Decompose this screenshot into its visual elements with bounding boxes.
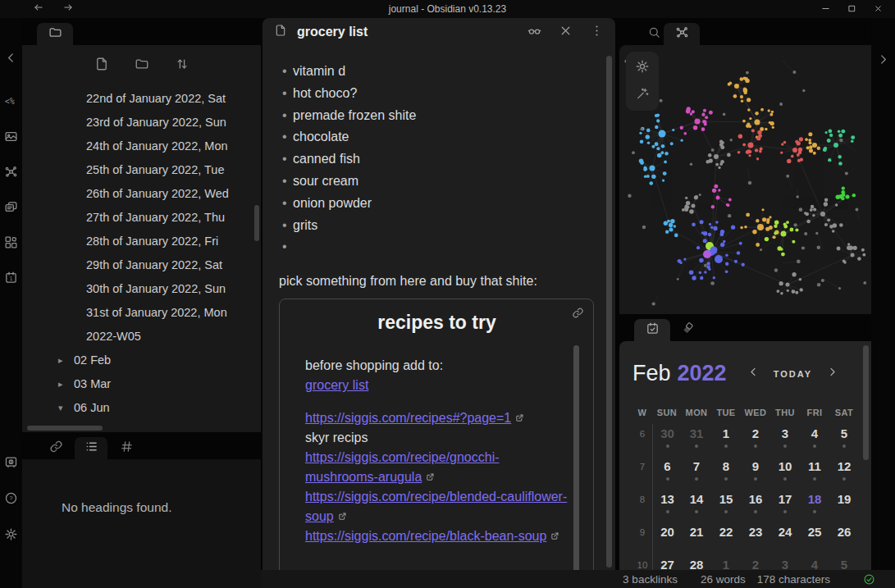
tab-outline[interactable] bbox=[75, 437, 107, 459]
backlinks-count[interactable]: 3 backlinks bbox=[623, 573, 678, 586]
list-item[interactable]: grits bbox=[279, 215, 594, 237]
calendar-day[interactable]: 20 bbox=[652, 522, 682, 555]
list-item[interactable] bbox=[279, 236, 594, 258]
calendar-day[interactable]: 4 bbox=[800, 424, 829, 457]
change-sort-order-button[interactable] bbox=[172, 56, 192, 75]
graph-settings-button[interactable] bbox=[626, 54, 659, 81]
sync-check-icon[interactable] bbox=[863, 573, 875, 586]
external-link[interactable]: https://siggis.com/recipe/gnocchi-mushro… bbox=[305, 450, 500, 484]
internal-link[interactable]: grocery list bbox=[305, 378, 368, 392]
calendar-day[interactable]: 5 bbox=[829, 424, 859, 457]
folder-item[interactable]: ▸02 Feb bbox=[22, 349, 261, 372]
blocks-plugin-button[interactable] bbox=[2, 234, 21, 253]
calendar-day[interactable]: 14 bbox=[682, 490, 711, 522]
note-body[interactable]: vitamin dhot choco?premade frozen shitec… bbox=[263, 46, 615, 570]
tab-file-explorer[interactable] bbox=[37, 23, 73, 45]
calendar-next-button[interactable] bbox=[826, 366, 838, 381]
file-item[interactable]: 25th of January 2022, Tue bbox=[22, 158, 261, 182]
file-item[interactable]: 28th of January 2022, Fri bbox=[22, 230, 261, 253]
calendar-day[interactable]: 15 bbox=[711, 490, 741, 522]
open-graph-view-button[interactable] bbox=[2, 163, 21, 183]
calendar-day[interactable]: 19 bbox=[829, 490, 859, 522]
calendar-day[interactable]: 23 bbox=[741, 522, 770, 555]
image-card-plugin-button[interactable] bbox=[2, 128, 21, 148]
calendar-day[interactable]: 3 bbox=[770, 424, 800, 457]
more-options-button[interactable] bbox=[587, 23, 605, 41]
window-close-button[interactable] bbox=[870, 2, 885, 16]
new-note-button[interactable] bbox=[92, 56, 112, 75]
calendar-day[interactable]: 22 bbox=[711, 522, 741, 555]
external-link[interactable]: https://siggis.com/recipe/black-bean-sou… bbox=[305, 529, 546, 543]
calendar-day[interactable]: 2 bbox=[741, 555, 770, 570]
calendar-prev-button[interactable] bbox=[747, 366, 760, 381]
list-item[interactable]: chocolate bbox=[279, 126, 594, 148]
list-item[interactable]: canned fish bbox=[279, 148, 594, 171]
file-item[interactable]: 30th of January 2022, Sun bbox=[22, 277, 261, 301]
calendar-day[interactable]: 9 bbox=[741, 457, 770, 490]
open-daily-note-button[interactable]: 1 bbox=[2, 269, 21, 289]
tab-backlinks[interactable] bbox=[40, 437, 71, 459]
word-count[interactable]: 26 words bbox=[701, 573, 746, 586]
calendar-day[interactable]: 8 bbox=[711, 457, 741, 490]
tab-calendar[interactable] bbox=[634, 319, 670, 341]
calendar-day[interactable]: 4 bbox=[800, 555, 829, 570]
calendar-day[interactable]: 30 bbox=[652, 424, 682, 457]
list-item[interactable]: sour cream bbox=[279, 171, 594, 193]
calendar-day[interactable]: 25 bbox=[800, 522, 829, 555]
folder-item[interactable]: ▸03 Mar bbox=[22, 372, 261, 396]
calendar-day[interactable]: 11 bbox=[800, 457, 829, 490]
calendar-day[interactable]: 10 bbox=[770, 457, 800, 490]
editor-scrollbar[interactable] bbox=[606, 56, 612, 567]
calendar-day[interactable]: 1 bbox=[711, 555, 741, 570]
list-item[interactable]: onion powder bbox=[279, 193, 594, 215]
calendar-day[interactable]: 7 bbox=[682, 457, 711, 490]
calendar-day[interactable]: 17 bbox=[770, 490, 800, 522]
embed-scrollbar[interactable] bbox=[573, 345, 579, 570]
file-list-scrollbar[interactable] bbox=[254, 205, 259, 241]
folder-item[interactable]: ▾06 Jun bbox=[22, 396, 261, 420]
calendar-scrollbar[interactable] bbox=[863, 345, 869, 460]
calendar-day[interactable]: 26 bbox=[829, 522, 859, 555]
list-item[interactable]: premade frozen shite bbox=[279, 105, 594, 127]
calendar-day[interactable]: 3 bbox=[770, 555, 800, 570]
calendar-day[interactable]: 24 bbox=[770, 522, 800, 555]
new-folder-button[interactable] bbox=[132, 56, 152, 75]
settings-button[interactable] bbox=[2, 526, 21, 545]
tab-tags[interactable] bbox=[111, 437, 142, 459]
tab-graph[interactable] bbox=[664, 23, 700, 45]
templater-button[interactable]: <% bbox=[2, 93, 21, 112]
list-item[interactable]: hot choco? bbox=[279, 83, 594, 105]
character-count[interactable]: 178 characters bbox=[757, 573, 830, 586]
collapse-left-sidebar-button[interactable] bbox=[2, 49, 21, 69]
close-note-button[interactable] bbox=[556, 23, 574, 41]
calendar-day-today[interactable]: 18 bbox=[800, 490, 829, 522]
calendar-day[interactable]: 2 bbox=[741, 424, 770, 457]
help-button[interactable]: ? bbox=[2, 490, 21, 509]
external-link[interactable]: https://siggis.com/recipes#?page=1 bbox=[305, 411, 511, 425]
list-item[interactable]: vitamin d bbox=[279, 61, 594, 83]
slides-plugin-button[interactable] bbox=[2, 198, 21, 218]
preview-mode-button[interactable] bbox=[525, 23, 543, 41]
link-icon[interactable] bbox=[572, 307, 584, 322]
file-item[interactable]: 23rd of January 2022, Sun bbox=[22, 111, 261, 134]
tab-stickers[interactable] bbox=[674, 319, 703, 341]
collapse-right-sidebar-button[interactable] bbox=[874, 51, 893, 71]
calendar-day[interactable]: 1 bbox=[711, 424, 741, 457]
file-list-hscrollbar[interactable] bbox=[27, 426, 103, 431]
graph-view[interactable] bbox=[619, 45, 871, 314]
open-another-vault-button[interactable] bbox=[2, 454, 21, 473]
calendar-today-button[interactable]: TODAY bbox=[774, 369, 812, 379]
file-item[interactable]: 2022-W05 bbox=[22, 325, 261, 349]
calendar-day[interactable]: 6 bbox=[652, 457, 682, 490]
calendar-day[interactable]: 16 bbox=[741, 490, 770, 522]
calendar-day[interactable]: 31 bbox=[682, 424, 711, 457]
file-item[interactable]: 24th of January 2022, Mon bbox=[22, 134, 261, 158]
calendar-day[interactable]: 28 bbox=[682, 555, 711, 570]
calendar-day[interactable]: 21 bbox=[682, 522, 711, 555]
calendar-day[interactable]: 13 bbox=[652, 490, 682, 522]
file-item[interactable]: 22nd of January 2022, Sat bbox=[22, 87, 261, 111]
calendar-day[interactable]: 27 bbox=[652, 555, 682, 570]
graph-filter-button[interactable] bbox=[626, 81, 659, 108]
embedded-note[interactable]: recipes to try before shopping add to:gr… bbox=[279, 299, 594, 570]
file-item[interactable]: 26th of January 2022, Wed bbox=[22, 182, 261, 206]
